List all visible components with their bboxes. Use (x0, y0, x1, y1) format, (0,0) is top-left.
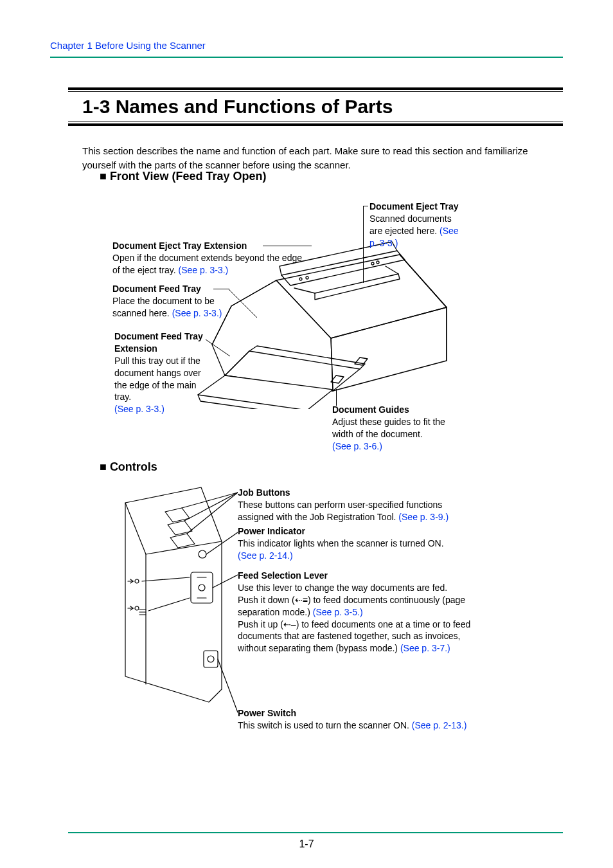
subhead-front-view: ■ Front View (Feed Tray Open) (100, 170, 267, 183)
xref-link[interactable]: (See p. 2-14.) (238, 550, 293, 561)
callout-feed-tray: Document Feed Tray Place the document to… (112, 283, 241, 320)
page-separation-icon: ⇠≡ (295, 595, 308, 605)
xref-link[interactable]: (See p. 3-9.) (398, 512, 449, 522)
leader-line (363, 206, 368, 206)
svg-line-11 (206, 339, 230, 356)
page-title: 1-3 Names and Functions of Parts (68, 92, 563, 122)
callout-guides: Document Guides Adjust these guides to f… (332, 404, 467, 453)
intro-text: This section describes the name and func… (68, 127, 563, 172)
xref-link[interactable]: (See p. 3-3.) (114, 404, 164, 414)
xref-link[interactable]: (See p. 3-7.) (400, 643, 450, 653)
svg-point-10 (377, 261, 379, 264)
subhead-controls: ■ Controls (100, 460, 157, 474)
callout-feed-ext: Document Feed Tray Extension Pull this t… (114, 330, 204, 415)
callout-power-indicator: Power Indicator This indicator lights wh… (238, 525, 475, 562)
svg-point-7 (299, 278, 302, 280)
leader-line (363, 206, 364, 283)
header-divider (50, 57, 563, 58)
breadcrumb-link[interactable]: Chapter 1 Before Using the Scanner (50, 40, 206, 51)
xref-link[interactable]: (See p. 2-13.) (412, 720, 467, 730)
svg-point-9 (371, 262, 374, 265)
page-number: 1-7 (0, 838, 613, 850)
callout-power-switch: Power Switch This switch is used to turn… (238, 707, 495, 732)
callout-feed-lever: Feed Selection Lever Use this lever to c… (238, 570, 482, 655)
xref-link[interactable]: (See p. 3-3.) (172, 308, 222, 318)
callout-job-buttons: Job Buttons These buttons can perform us… (238, 487, 475, 523)
xref-link[interactable]: (See p. 3-5.) (313, 607, 363, 617)
xref-link[interactable]: (See p. 3-3.) (178, 265, 228, 275)
callout-eject-ext: Document Eject Tray Extension Open if th… (112, 240, 305, 276)
xref-link[interactable]: (See p. 3-6.) (332, 441, 382, 451)
footer-divider (68, 832, 563, 833)
scanner-controls-diagram (112, 484, 238, 728)
svg-point-8 (306, 276, 308, 279)
svg-marker-13 (125, 487, 222, 702)
bypass-mode-icon: ⇠– (283, 619, 296, 629)
heading-block: 1-3 Names and Functions of Parts This se… (68, 87, 563, 172)
callout-eject-tray: Document Eject Tray Scanned documents ar… (369, 201, 466, 249)
